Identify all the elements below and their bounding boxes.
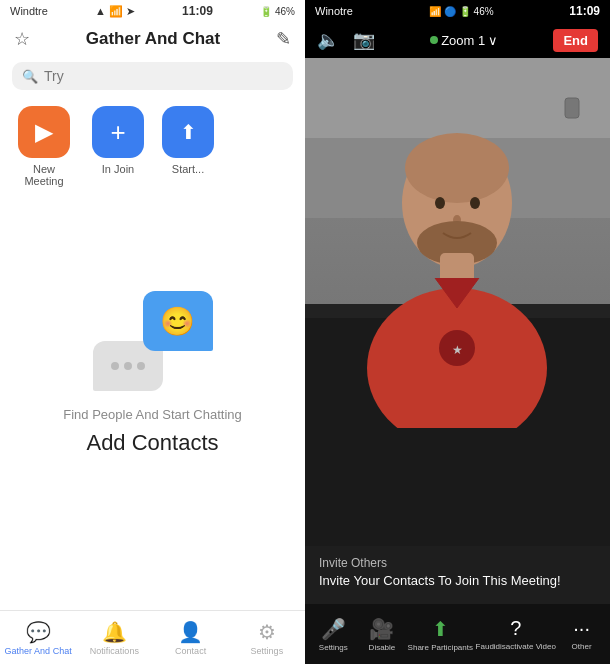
- left-time: 11:09: [182, 4, 213, 18]
- nav-settings[interactable]: ⚙ Settings: [229, 611, 305, 664]
- green-dot-icon: [430, 36, 438, 44]
- video-area: ★ Invite Others Invite Your Contacts To …: [305, 58, 610, 604]
- question-icon: ?: [510, 617, 521, 640]
- left-panel: Windtre ▲ 📶 ➤ 11:09 🔋 46% ☆ Gather And C…: [0, 0, 305, 664]
- left-carrier: Windtre: [10, 5, 48, 17]
- left-status-bar: Windtre ▲ 📶 ➤ 11:09 🔋 46%: [0, 0, 305, 22]
- add-contacts-button[interactable]: Add Contacts: [86, 430, 218, 456]
- mic-button[interactable]: 🎤 Settings: [310, 617, 356, 652]
- empty-state: 😊 Find People And Start Chatting Add Con…: [0, 197, 305, 610]
- right-battery-percent: 46%: [474, 6, 494, 17]
- start-label: Start...: [172, 163, 204, 175]
- start-button[interactable]: ⬆ Start...: [162, 106, 214, 175]
- mic-icon: 🎤: [321, 617, 346, 641]
- svg-point-5: [405, 133, 509, 203]
- right-time: 11:09: [569, 4, 600, 18]
- share-button[interactable]: ⬆ Share Participants: [408, 617, 473, 652]
- call-header: 🔈 📷 Zoom 1 ∨ End: [305, 22, 610, 58]
- new-meeting-icon: ▶: [18, 106, 70, 158]
- right-battery-icon: 🔋: [459, 6, 471, 17]
- video-label: Disable: [369, 643, 396, 652]
- invite-overlay: Invite Others Invite Your Contacts To Jo…: [305, 546, 610, 604]
- left-signal-icons: ▲ 📶 ➤: [95, 5, 135, 18]
- join-label: In Join: [102, 163, 134, 175]
- notif-nav-icon: 🔔: [102, 620, 127, 644]
- share-icon: ⬆: [432, 617, 449, 641]
- call-left-icons: 🔈 📷: [317, 29, 375, 51]
- dots-icon: ···: [573, 617, 590, 640]
- chat-nav-icon: 💬: [26, 620, 51, 644]
- dot-2: [124, 362, 132, 370]
- search-bar[interactable]: 🔍: [12, 62, 293, 90]
- share-label: Share Participants: [408, 643, 473, 652]
- new-meeting-label: New Meeting: [14, 163, 74, 187]
- more-button[interactable]: ? Faudidisactivate Video: [476, 617, 556, 651]
- right-carrier: Winotre: [315, 5, 353, 17]
- blue-bubble: 😊: [143, 291, 213, 351]
- mic-label: Settings: [319, 643, 348, 652]
- chat-bubbles-illustration: 😊: [93, 291, 213, 391]
- star-icon[interactable]: ☆: [14, 28, 30, 50]
- notif-nav-label: Notifications: [90, 646, 139, 656]
- arrow-icon: ➤: [126, 5, 135, 18]
- contact-nav-label: Contact: [175, 646, 206, 656]
- other-label: Other: [572, 642, 592, 651]
- right-signal-icons: 📶 🔵 🔋 46%: [429, 6, 494, 17]
- settings-nav-label: Settings: [251, 646, 284, 656]
- video-icon: 🎥: [369, 617, 394, 641]
- zoom-badge[interactable]: Zoom 1 ∨: [430, 33, 498, 48]
- call-bottom-bar: 🎤 Settings 🎥 Disable ⬆ Share Participant…: [305, 604, 610, 664]
- camera-icon[interactable]: 📷: [353, 29, 375, 51]
- right-signal-icon: 📶: [429, 6, 441, 17]
- more-label: Faudidisactivate Video: [476, 642, 556, 651]
- bottom-nav: 💬 Gather And Chat 🔔 Notifications 👤 Cont…: [0, 610, 305, 664]
- action-buttons-container: ▶ New Meeting + In Join ⬆ Start...: [0, 96, 305, 197]
- wifi-icon: 📶: [109, 5, 123, 18]
- chevron-down-icon: ∨: [488, 33, 498, 48]
- right-status-bar: Winotre 📶 🔵 🔋 46% 11:09: [305, 0, 610, 22]
- left-header: ☆ Gather And Chat ✎: [0, 22, 305, 56]
- start-icon: ⬆: [162, 106, 214, 158]
- search-icon: 🔍: [22, 69, 38, 84]
- battery-icon: 🔋: [260, 6, 272, 17]
- dot-1: [111, 362, 119, 370]
- invite-description: Invite Your Contacts To Join This Meetin…: [319, 573, 596, 590]
- person-video: ★: [305, 58, 610, 604]
- smiley-icon: 😊: [160, 305, 195, 338]
- audio-icon[interactable]: 🔈: [317, 29, 339, 51]
- svg-rect-1: [305, 58, 610, 138]
- find-people-text: Find People And Start Chatting: [63, 407, 242, 422]
- invite-others-label: Invite Others: [319, 556, 596, 570]
- signal-icon: ▲: [95, 5, 106, 17]
- dot-3: [137, 362, 145, 370]
- svg-point-7: [470, 197, 480, 209]
- svg-rect-2: [565, 98, 579, 118]
- end-call-button[interactable]: End: [553, 29, 598, 52]
- app-title: Gather And Chat: [86, 29, 220, 49]
- nav-notifications[interactable]: 🔔 Notifications: [76, 611, 152, 664]
- settings-nav-icon: ⚙: [258, 620, 276, 644]
- search-input[interactable]: [44, 68, 283, 84]
- svg-point-6: [435, 197, 445, 209]
- person-svg: ★: [305, 58, 610, 428]
- new-meeting-button[interactable]: ▶ New Meeting: [14, 106, 74, 187]
- other-button[interactable]: ··· Other: [559, 617, 605, 651]
- chat-nav-label: Gather And Chat: [5, 646, 72, 656]
- video-button[interactable]: 🎥 Disable: [359, 617, 405, 652]
- join-icon: +: [92, 106, 144, 158]
- right-panel: Winotre 📶 🔵 🔋 46% 11:09 🔈 📷 Zoom 1 ∨ End: [305, 0, 610, 664]
- battery-percent: 46%: [275, 6, 295, 17]
- contact-nav-icon: 👤: [178, 620, 203, 644]
- zoom-label: Zoom 1: [441, 33, 485, 48]
- edit-icon[interactable]: ✎: [276, 28, 291, 50]
- left-right-icons: 🔋 46%: [260, 6, 295, 17]
- join-button[interactable]: + In Join: [92, 106, 144, 175]
- nav-contact[interactable]: 👤 Contact: [153, 611, 229, 664]
- right-bt-icon: 🔵: [444, 6, 456, 17]
- nav-gather-chat[interactable]: 💬 Gather And Chat: [0, 611, 76, 664]
- svg-text:★: ★: [452, 343, 463, 357]
